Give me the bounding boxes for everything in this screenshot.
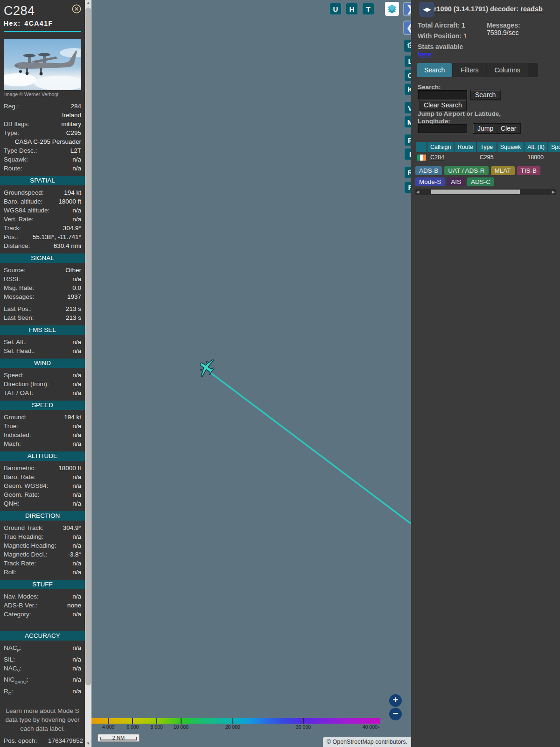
legend-ads-b[interactable]: ADS-B bbox=[415, 166, 442, 175]
row-label: Roll: bbox=[4, 568, 16, 577]
data-row: True:n/a bbox=[4, 422, 81, 430]
column-header[interactable]: Alt. (ft) bbox=[525, 142, 547, 152]
column-header[interactable]: Route bbox=[455, 142, 476, 152]
scroll-down-icon[interactable]: ▼ bbox=[85, 740, 91, 747]
map-button-t[interactable]: T bbox=[362, 3, 374, 15]
legend-mode-s[interactable]: Mode-S bbox=[415, 177, 445, 186]
aircraft-photo[interactable] bbox=[4, 39, 81, 90]
route-cell bbox=[455, 153, 476, 162]
row-value: -3.8° bbox=[47, 550, 81, 559]
column-header[interactable]: Callsign bbox=[427, 142, 454, 152]
legend-ads-c[interactable]: ADS-C bbox=[467, 177, 494, 186]
zoom-out-button[interactable]: − bbox=[389, 708, 402, 720]
row-label: TAT / OAT: bbox=[4, 388, 34, 397]
data-row: Track:304.9° bbox=[4, 224, 81, 233]
map-button-o[interactable]: O bbox=[404, 69, 411, 81]
info-row: Route:n/a bbox=[4, 164, 81, 173]
clear-search-button[interactable]: Clear Search bbox=[419, 100, 467, 110]
map-button-k[interactable]: K bbox=[404, 83, 411, 95]
registration-link[interactable]: 284 bbox=[70, 103, 81, 110]
legend-tis-b[interactable]: TIS-B bbox=[517, 166, 541, 175]
tab-search[interactable]: Search bbox=[417, 63, 452, 77]
map-button-r[interactable]: R bbox=[404, 166, 411, 178]
legend-uat-ads-r[interactable]: UAT / ADS-R bbox=[444, 166, 488, 175]
map-button-l[interactable]: L bbox=[404, 55, 411, 67]
collapse-panel-button[interactable]: ❮ bbox=[403, 21, 411, 35]
map-button-v[interactable]: V bbox=[404, 102, 411, 114]
data-row: RSSI:n/a bbox=[4, 275, 81, 283]
row-value: CASA C-295 Persuader bbox=[4, 137, 81, 146]
sidebar-scrollbar[interactable]: ▲ ▼ bbox=[85, 0, 91, 747]
row-value: 0.0 bbox=[34, 283, 81, 292]
close-icon[interactable] bbox=[72, 4, 81, 14]
scrollbar-thumb[interactable] bbox=[85, 7, 91, 685]
row-value: n/a bbox=[56, 541, 81, 550]
panel-width-toggle-button[interactable]: ◀▶ bbox=[419, 2, 434, 17]
column-header[interactable]: Type bbox=[477, 142, 497, 152]
squawk-cell bbox=[497, 153, 524, 162]
row-value: 304.9° bbox=[44, 523, 81, 532]
stats-here-link[interactable]: here bbox=[418, 50, 432, 58]
search-button[interactable]: Search bbox=[470, 90, 500, 100]
jump-input[interactable] bbox=[418, 124, 467, 133]
info-row: Reg.:284 bbox=[4, 102, 81, 111]
row-value: none bbox=[37, 601, 81, 610]
legend-mlat[interactable]: MLAT bbox=[491, 166, 515, 175]
h-scrollbar-thumb[interactable] bbox=[431, 190, 520, 194]
map-button-h[interactable]: H bbox=[346, 3, 358, 15]
map-attribution: © OpenStreetMap contributors. bbox=[323, 737, 411, 747]
zoom-in-button[interactable]: + bbox=[389, 694, 402, 707]
row-value[interactable]: 284 bbox=[19, 102, 81, 111]
map-button-p[interactable]: P bbox=[404, 134, 411, 146]
search-input[interactable] bbox=[418, 90, 467, 99]
row-value: 630.4 nmi bbox=[30, 241, 81, 250]
data-row: Sel. Head.:n/a bbox=[4, 346, 81, 355]
jump-button[interactable]: Jump bbox=[473, 123, 498, 134]
data-row: Category:n/a bbox=[4, 610, 81, 619]
expand-panel-button[interactable]: ❯ bbox=[403, 2, 411, 16]
photo-credit: Image © Werner Verbogt bbox=[4, 92, 81, 97]
scroll-up-icon[interactable]: ▲ bbox=[85, 0, 91, 7]
row-label: Speed: bbox=[4, 371, 24, 380]
altitude-tick bbox=[303, 718, 304, 724]
row-label: Geom. Rate: bbox=[4, 490, 40, 499]
table-horizontal-scrollbar[interactable]: ◀ ▶ bbox=[415, 189, 556, 195]
row-value: n/a bbox=[34, 388, 81, 397]
row-label: Mach: bbox=[4, 439, 21, 448]
clear-button[interactable]: Clear bbox=[496, 123, 521, 134]
info-row: DB flags:military bbox=[4, 120, 81, 128]
aircraft-table-row[interactable]: C284C29518000 bbox=[416, 153, 560, 162]
row-label: Distance: bbox=[4, 241, 30, 250]
legend-ais[interactable]: AIS bbox=[447, 177, 465, 186]
map-button-m[interactable]: M bbox=[404, 116, 411, 128]
column-header[interactable]: Spd. bbox=[548, 142, 560, 152]
track-line bbox=[209, 372, 411, 524]
column-header[interactable] bbox=[416, 142, 427, 152]
scroll-right-icon[interactable]: ▶ bbox=[551, 189, 556, 195]
map-canvas[interactable]: UHT ❯ ❮ ⚙ LOKVMPIRF 4 0006 0008 00010 00… bbox=[91, 0, 411, 747]
callsign-link[interactable]: C284 bbox=[430, 154, 444, 161]
scroll-left-icon[interactable]: ◀ bbox=[415, 189, 420, 195]
section-header: STUFF bbox=[0, 580, 85, 589]
data-row: Roll:n/a bbox=[4, 568, 81, 577]
aircraft-callsign-title: C284 bbox=[4, 4, 81, 18]
row-label: Last Seen: bbox=[4, 313, 34, 322]
map-button-i[interactable]: I bbox=[404, 148, 411, 160]
data-row: Geom. WGS84:n/a bbox=[4, 481, 81, 490]
osm-link[interactable]: © OpenStreetMap bbox=[327, 739, 374, 745]
row-label: NACV: bbox=[4, 664, 21, 676]
map-button-u[interactable]: U bbox=[329, 3, 342, 15]
altitude-label: 10 000 bbox=[174, 724, 189, 730]
row-label: Msg. Rate: bbox=[4, 283, 34, 292]
map-button-f[interactable]: F bbox=[404, 181, 411, 193]
readsb-link[interactable]: readsb bbox=[520, 5, 543, 13]
altitude-tick bbox=[156, 718, 157, 724]
tab-columns[interactable]: Columns bbox=[487, 63, 527, 77]
layers-button[interactable] bbox=[385, 2, 399, 16]
settings-button[interactable]: ⚙ bbox=[404, 40, 411, 52]
row-label: DB flags: bbox=[4, 120, 29, 128]
row-value: 213 s bbox=[34, 313, 81, 322]
data-row: NACV:n/a bbox=[4, 664, 81, 676]
column-header[interactable]: Squawk bbox=[497, 142, 524, 152]
tab-filters[interactable]: Filters bbox=[453, 63, 486, 77]
